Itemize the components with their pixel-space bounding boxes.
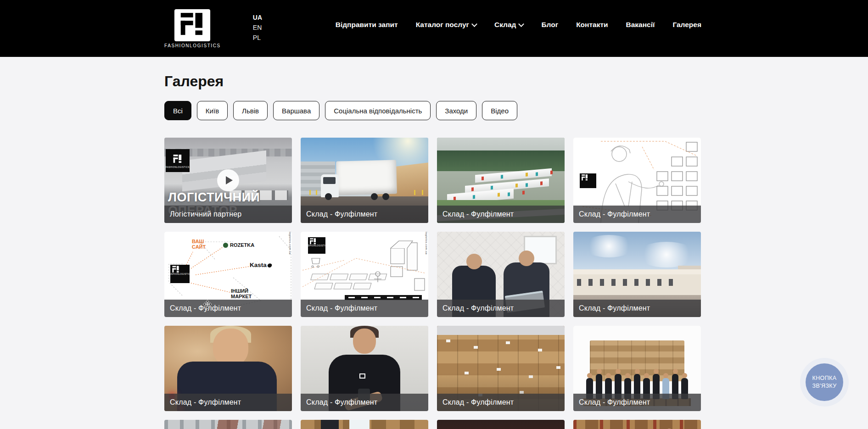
language-switcher: UA EN PL bbox=[253, 14, 262, 42]
filter-kyiv[interactable]: Київ bbox=[197, 101, 228, 120]
lang-en[interactable]: EN bbox=[253, 24, 262, 32]
gallery-card[interactable]: Склад - Фулфілмент bbox=[164, 326, 292, 411]
main-nav: Відправити запит Каталог послуг Склад Бл… bbox=[336, 21, 701, 29]
lang-pl[interactable]: PL bbox=[253, 34, 262, 42]
nav-gallery[interactable]: Галерея bbox=[672, 21, 701, 29]
gallery-card[interactable]: Склад - Фулфілмент bbox=[437, 138, 565, 223]
filter-events[interactable]: Заходи bbox=[436, 101, 476, 120]
move-cursor-icon bbox=[203, 300, 212, 309]
gallery-image bbox=[164, 420, 292, 429]
gallery-card-partial[interactable] bbox=[573, 420, 701, 429]
filter-video[interactable]: Відео bbox=[482, 101, 517, 120]
gallery-card-partial[interactable] bbox=[437, 420, 565, 429]
page-title: Галерея bbox=[164, 72, 701, 90]
chevron-down-icon bbox=[519, 21, 525, 27]
filter-lviv[interactable]: Львів bbox=[233, 101, 268, 120]
site-url-vertical: www.fashionlogistics.com.ua bbox=[289, 232, 291, 254]
fl-logo-overlay: FASHIONLOGISTICS bbox=[166, 149, 190, 172]
site-header: FASHIONLOGISTICS UA EN PL Відправити зап… bbox=[0, 0, 868, 57]
gallery-caption: Склад - Фулфілмент bbox=[437, 206, 565, 223]
gallery-caption: Склад - Фулфілмент bbox=[573, 394, 701, 411]
fl-logo-overlay: FASHIONLOGISTICS bbox=[308, 237, 325, 254]
diagram-other-market-label: ІНШИЙМАРКЕТ bbox=[231, 289, 252, 299]
gallery-caption: Склад - Фулфілмент bbox=[573, 206, 701, 223]
gallery-card[interactable]: Склад - Фулфілмент bbox=[437, 232, 565, 317]
gallery-card-partial[interactable] bbox=[164, 420, 292, 429]
gallery-caption: Логістичний партнер bbox=[164, 206, 292, 223]
site-url-vertical: www.fashionlogistics.com.ua bbox=[425, 232, 428, 254]
kasta-icon bbox=[267, 262, 273, 268]
fl-logo-overlay bbox=[359, 373, 365, 379]
main-content: Галерея Всі Київ Львів Варшава Соціальна… bbox=[164, 72, 701, 429]
gallery-image bbox=[301, 420, 428, 429]
gallery-image bbox=[573, 420, 701, 429]
gallery-card[interactable]: FASHIONLOGISTICS www.fashionlogistics.co… bbox=[301, 232, 428, 317]
site-logo[interactable]: FASHIONLOGISTICS bbox=[164, 9, 221, 48]
nav-send-request[interactable]: Відправити запит bbox=[336, 21, 398, 29]
filter-social-responsibility[interactable]: Соціальна відповідальність bbox=[325, 101, 431, 120]
fl-logo-overlay: FASHIONLOGISTICS bbox=[170, 265, 190, 283]
gallery-caption: Склад - Фулфілмент bbox=[573, 300, 701, 317]
filter-all[interactable]: Всі bbox=[164, 101, 191, 120]
gallery-page: FASHIONLOGISTICS UA EN PL Відправити зап… bbox=[0, 0, 868, 429]
contact-widget-button[interactable]: КНОПКА ЗВ'ЯЗКУ bbox=[800, 358, 849, 407]
contact-button-line1: КНОПКА bbox=[812, 374, 836, 382]
gallery-card-partial[interactable] bbox=[301, 420, 428, 429]
nav-services-catalog[interactable]: Каталог послуг bbox=[416, 21, 476, 29]
contact-button-line2: ЗВ'ЯЗКУ bbox=[812, 382, 836, 390]
play-button-icon[interactable] bbox=[217, 169, 239, 191]
gallery-caption: Склад - Фулфілмент bbox=[164, 394, 292, 411]
gallery-caption: Склад - Фулфілмент bbox=[301, 206, 428, 223]
rozetka-icon bbox=[223, 243, 228, 248]
diagram-kasta-label: Kasta bbox=[250, 262, 272, 268]
gallery-card[interactable]: Склад - Фулфілмент bbox=[573, 138, 701, 223]
gallery-caption: Склад - Фулфілмент bbox=[301, 300, 428, 317]
logo-wordmark: FASHIONLOGISTICS bbox=[164, 43, 221, 48]
nav-warehouse[interactable]: Склад bbox=[494, 21, 523, 29]
gallery-filters: Всі Київ Львів Варшава Соціальна відпові… bbox=[164, 101, 701, 120]
gallery-card[interactable]: ВАШСАЙТ ROZETKA Kasta ІНШИЙМАРКЕТ FASHIO… bbox=[164, 232, 292, 317]
fl-logo-overlay bbox=[580, 173, 596, 188]
gallery-image bbox=[437, 420, 565, 429]
diagram-your-site-label: ВАШСАЙТ bbox=[192, 239, 206, 250]
gallery-card[interactable]: Склад - Фулфілмент bbox=[301, 138, 428, 223]
fashionlogistics-logo-icon bbox=[171, 9, 213, 41]
gallery-caption: Склад - Фулфілмент bbox=[301, 394, 428, 411]
gallery-card-video[interactable]: FASHIONLOGISTICS ЛОГІСТИЧНИЙ ОПЕРАТОР Ло… bbox=[164, 138, 292, 223]
nav-contacts[interactable]: Контакти bbox=[576, 21, 608, 29]
chevron-down-icon bbox=[471, 21, 477, 27]
nav-blog[interactable]: Блог bbox=[541, 21, 558, 29]
lang-ua[interactable]: UA bbox=[253, 14, 262, 22]
filter-warsaw[interactable]: Варшава bbox=[273, 101, 319, 120]
gallery-card[interactable]: Склад - Фулфілмент bbox=[573, 232, 701, 317]
gallery-caption: Склад - Фулфілмент bbox=[437, 300, 565, 317]
gallery-card[interactable]: Склад - Фулфілмент bbox=[301, 326, 428, 411]
gallery-caption: Склад - Фулфілмент bbox=[437, 394, 565, 411]
gallery-grid: FASHIONLOGISTICS ЛОГІСТИЧНИЙ ОПЕРАТОР Ло… bbox=[164, 138, 701, 429]
nav-vacancies[interactable]: Вакансії bbox=[626, 21, 655, 29]
diagram-rozetka-label: ROZETKA bbox=[223, 243, 254, 248]
gallery-card[interactable]: Склад - Фулфілмент bbox=[573, 326, 701, 411]
gallery-caption: Склад - Фулфілмент bbox=[164, 300, 292, 317]
gallery-card[interactable]: Склад - Фулфілмент bbox=[437, 326, 565, 411]
